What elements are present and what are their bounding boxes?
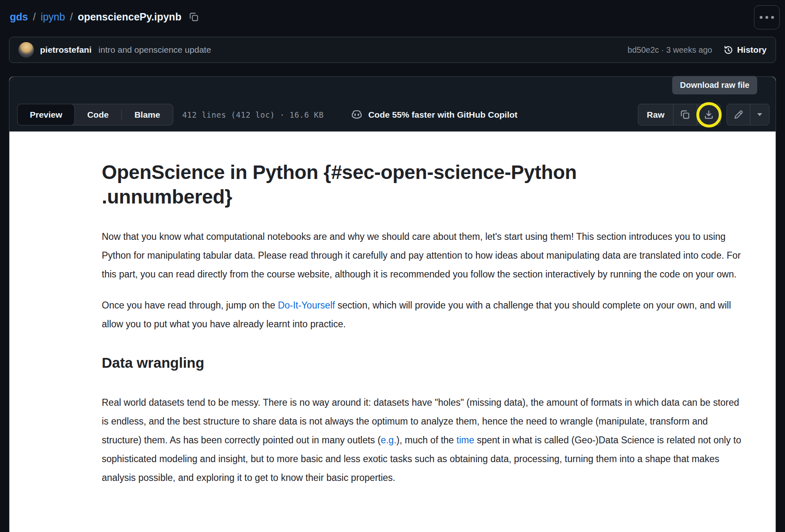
file-actions: Raw (638, 104, 769, 125)
do-it-yourself-link[interactable]: Do-It-Yourself (278, 300, 335, 311)
file-toolbar: Preview Code Blame 412 lines (412 loc) ·… (9, 77, 776, 132)
file-panel: Preview Code Blame 412 lines (412 loc) ·… (9, 76, 776, 532)
history-button[interactable]: History (724, 45, 767, 55)
eg-link[interactable]: e.g. (381, 435, 396, 445)
breadcrumb-separator: / (33, 10, 36, 24)
commit-author[interactable]: pietrostefani (40, 45, 92, 55)
raw-actions-group: Raw (638, 104, 721, 125)
history-clock-icon (724, 45, 733, 55)
copilot-banner-text: Code 55% faster with GitHub Copilot (368, 110, 517, 120)
copy-path-icon[interactable] (189, 12, 199, 22)
copy-icon (680, 110, 690, 120)
time-link[interactable]: time (456, 435, 474, 445)
history-label: History (737, 45, 767, 55)
download-raw-button[interactable] (697, 104, 720, 125)
breadcrumb-repo-link[interactable]: gds (10, 10, 28, 24)
pencil-icon (734, 110, 743, 120)
commit-message[interactable]: intro and openscience update (98, 45, 211, 55)
breadcrumb-dir-link[interactable]: ipynb (40, 10, 65, 24)
download-icon (704, 110, 714, 120)
copilot-banner[interactable]: Code 55% faster with GitHub Copilot (351, 109, 517, 121)
author-avatar[interactable] (18, 42, 34, 58)
paragraph-2: Once you have read through, jump on the … (102, 296, 747, 333)
paragraph-3-text: ), much of the (396, 435, 456, 445)
breadcrumb-filename: opensciencePy.ipynb (78, 10, 181, 24)
view-tabs: Preview Code Blame (17, 104, 173, 125)
edit-dropdown-button[interactable] (750, 104, 769, 125)
copilot-icon (351, 109, 363, 121)
edit-file-button[interactable] (727, 104, 750, 125)
chevron-down-icon (757, 113, 763, 116)
article-title: OpenScience in Python {#sec-open-science… (102, 160, 694, 209)
paragraph-2-text: Once you have read through, jump on the (102, 300, 278, 311)
breadcrumb: gds / ipynb / opensciencePy.ipynb (0, 0, 785, 32)
notebook-preview: OpenScience in Python {#sec-open-science… (9, 132, 776, 532)
copy-raw-button[interactable] (673, 104, 697, 125)
commit-sha-and-time[interactable]: bd50e2c · 3 weeks ago (628, 45, 712, 55)
download-tooltip: Download raw file (672, 76, 757, 94)
edit-actions-group (727, 104, 769, 125)
latest-commit-bar: pietrostefani intro and openscience upda… (9, 37, 776, 63)
section-heading-data-wrangling: Data wrangling (102, 354, 747, 372)
more-options-button[interactable] (754, 5, 780, 29)
tab-preview[interactable]: Preview (17, 104, 75, 125)
tab-code[interactable]: Code (74, 104, 121, 125)
breadcrumb-separator: / (70, 10, 73, 24)
paragraph-3: Real world datasets tend to be messy. Th… (102, 393, 747, 487)
paragraph-1: Now that you know what computational not… (102, 227, 747, 284)
file-meta-info: 412 lines (412 loc) · 16.6 KB (182, 110, 324, 119)
tab-blame[interactable]: Blame (122, 104, 173, 125)
raw-button[interactable]: Raw (638, 104, 673, 125)
